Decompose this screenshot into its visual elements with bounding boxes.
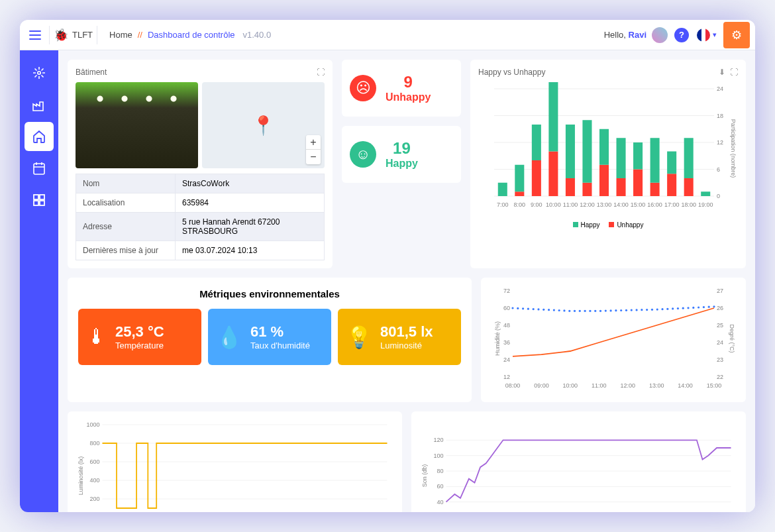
svg-point-120 bbox=[682, 307, 684, 309]
svg-point-105 bbox=[605, 309, 607, 311]
svg-text:12:00: 12:00 bbox=[620, 382, 635, 389]
svg-rect-49 bbox=[617, 138, 626, 178]
menu-toggle[interactable] bbox=[25, 25, 45, 45]
svg-point-119 bbox=[677, 307, 679, 309]
svg-text:08:00: 08:00 bbox=[505, 382, 521, 389]
svg-point-123 bbox=[698, 306, 699, 308]
svg-point-108 bbox=[620, 309, 622, 311]
svg-point-117 bbox=[666, 308, 668, 310]
lightbulb-icon: 💡 bbox=[346, 325, 372, 350]
svg-rect-51 bbox=[633, 170, 643, 197]
building-map[interactable]: 📍 + − bbox=[202, 82, 325, 168]
expand-icon[interactable]: ⛶ bbox=[730, 68, 738, 77]
greeting: Hello, Ravi bbox=[604, 30, 646, 40]
svg-text:60: 60 bbox=[503, 305, 510, 311]
zoom-out-button[interactable]: − bbox=[306, 150, 321, 164]
droplet-icon: 💧 bbox=[216, 325, 242, 350]
expand-icon[interactable]: ⛶ bbox=[317, 68, 325, 77]
map-pin-icon: 📍 bbox=[252, 115, 275, 136]
download-icon[interactable]: ⬇ bbox=[719, 68, 725, 77]
building-info-table: NomStrasCoWork Localisation635984 Adress… bbox=[76, 174, 325, 260]
svg-text:09:00: 09:00 bbox=[534, 382, 549, 389]
svg-point-101 bbox=[584, 310, 586, 312]
chevron-down-icon: ▾ bbox=[713, 30, 717, 39]
building-card: Bâtiment ⛶ 📍 + − bbox=[68, 60, 333, 268]
svg-text:19:00: 19:00 bbox=[698, 201, 713, 208]
breadcrumb-home[interactable]: Home bbox=[109, 30, 132, 40]
bug-icon: 🐞 bbox=[54, 28, 68, 42]
svg-point-93 bbox=[542, 309, 544, 311]
svg-rect-37 bbox=[548, 82, 558, 152]
lux-chart: 02004006008001000Luminosité (lx)08:0009:… bbox=[76, 419, 394, 512]
svg-point-98 bbox=[568, 310, 570, 312]
thermometer-icon: 🌡 bbox=[86, 325, 107, 349]
svg-rect-28 bbox=[498, 183, 507, 196]
happy-bar-chart: 06121824Participation (nombre)7:008:009:… bbox=[478, 82, 738, 215]
svg-text:6: 6 bbox=[717, 166, 720, 173]
svg-rect-60 bbox=[684, 178, 694, 196]
svg-point-111 bbox=[635, 309, 637, 311]
happy-label: Happy bbox=[386, 158, 418, 170]
svg-text:120: 120 bbox=[433, 437, 443, 443]
svg-point-122 bbox=[692, 307, 694, 309]
svg-rect-13 bbox=[34, 195, 38, 199]
svg-rect-57 bbox=[667, 174, 676, 196]
svg-rect-54 bbox=[650, 183, 660, 196]
svg-point-106 bbox=[610, 309, 612, 311]
svg-point-118 bbox=[672, 307, 674, 309]
svg-text:27: 27 bbox=[717, 288, 723, 294]
sidebar-item-home[interactable] bbox=[25, 122, 54, 151]
happy-card: ☺ 19 Happy bbox=[342, 126, 461, 183]
zoom-in-button[interactable]: + bbox=[306, 135, 321, 150]
breadcrumb-sep: // bbox=[138, 30, 142, 40]
svg-rect-34 bbox=[532, 125, 541, 160]
happy-chart-title: Happy vs Unhappy bbox=[478, 68, 545, 77]
svg-text:10:00: 10:00 bbox=[546, 201, 561, 208]
svg-text:40: 40 bbox=[437, 499, 443, 505]
svg-text:0: 0 bbox=[717, 193, 720, 199]
svg-rect-52 bbox=[633, 142, 643, 170]
svg-text:24: 24 bbox=[503, 356, 510, 363]
sidebar-item-calendar[interactable] bbox=[25, 154, 54, 183]
settings-button[interactable]: ⚙ bbox=[723, 22, 750, 48]
svg-point-115 bbox=[656, 309, 658, 311]
sidebar-item-grid[interactable] bbox=[25, 186, 54, 215]
svg-text:15:00: 15:00 bbox=[707, 382, 722, 389]
svg-text:24: 24 bbox=[717, 85, 723, 92]
svg-text:72: 72 bbox=[503, 288, 510, 294]
svg-rect-9 bbox=[34, 164, 44, 174]
svg-rect-31 bbox=[515, 165, 524, 192]
gear-icon: ⚙ bbox=[731, 28, 742, 42]
breadcrumb-current[interactable]: Dashboard de contrôle bbox=[148, 30, 235, 40]
svg-text:17:00: 17:00 bbox=[664, 201, 680, 208]
avatar[interactable] bbox=[652, 27, 668, 43]
svg-point-116 bbox=[661, 308, 663, 310]
sad-face-icon: ☹ bbox=[350, 75, 376, 101]
svg-point-94 bbox=[548, 309, 550, 311]
help-button[interactable]: ? bbox=[674, 28, 689, 42]
svg-text:24: 24 bbox=[717, 339, 723, 346]
svg-point-87 bbox=[511, 307, 513, 309]
language-switcher[interactable]: ▾ bbox=[697, 28, 717, 42]
sidebar-item-network[interactable] bbox=[25, 58, 54, 87]
svg-rect-15 bbox=[34, 201, 38, 205]
content: Bâtiment ⛶ 📍 + − bbox=[58, 50, 755, 512]
svg-text:10:00: 10:00 bbox=[563, 382, 578, 389]
unhappy-count: 9 bbox=[386, 73, 431, 91]
svg-text:100: 100 bbox=[433, 452, 443, 459]
svg-point-91 bbox=[533, 308, 535, 310]
unhappy-card: ☹ 9 Unhappy bbox=[342, 60, 461, 117]
svg-text:18: 18 bbox=[717, 113, 723, 119]
metric-humidity: 💧 61 %Taux d'humidité bbox=[208, 309, 331, 365]
svg-point-124 bbox=[703, 306, 705, 308]
svg-rect-16 bbox=[40, 201, 44, 205]
sidebar-item-factory[interactable] bbox=[25, 90, 54, 119]
svg-rect-14 bbox=[40, 195, 44, 199]
building-photo bbox=[76, 82, 198, 168]
svg-point-97 bbox=[563, 309, 565, 311]
svg-text:800: 800 bbox=[89, 440, 99, 447]
svg-point-126 bbox=[713, 305, 715, 307]
svg-rect-42 bbox=[582, 183, 592, 196]
svg-text:15:00: 15:00 bbox=[631, 201, 646, 208]
metric-luminosity: 💡 801,5 lxLuminosité bbox=[338, 309, 461, 365]
